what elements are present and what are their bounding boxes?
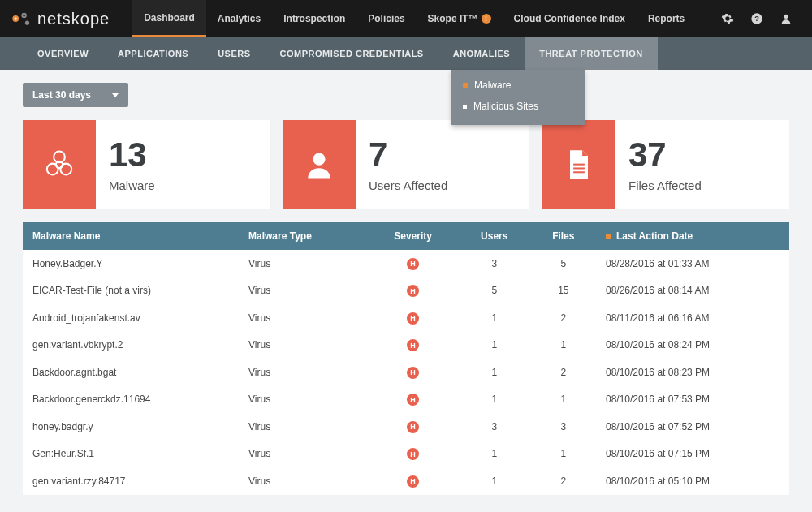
card-value: 37 <box>628 138 702 172</box>
cell-severity: H <box>368 467 458 495</box>
svg-point-10 <box>47 164 58 175</box>
file-icon <box>542 120 615 209</box>
table-row[interactable]: Gen:Heur.Sf.1VirusH1108/10/2016 at 07:15… <box>23 441 789 468</box>
topnav-item-analytics[interactable]: Analytics <box>206 0 272 37</box>
daterange-dropdown[interactable]: Last 30 days <box>23 83 128 107</box>
submenu-label: Malware <box>474 80 511 91</box>
topnav-item-introspection[interactable]: Introspection <box>272 0 356 37</box>
cell-files: 1 <box>531 441 596 468</box>
cell-type: Virus <box>239 413 368 441</box>
malware-table: Malware NameMalware TypeSeverityUsersFil… <box>23 222 789 495</box>
cell-severity: H <box>368 250 458 278</box>
table-row[interactable]: Backdoor.generckdz.11694VirusH1108/10/20… <box>23 386 789 414</box>
subnav: OVERVIEWAPPLICATIONSUSERSCOMPROMISED CRE… <box>0 37 812 70</box>
svg-point-11 <box>60 164 71 175</box>
cell-type: Virus <box>239 441 368 468</box>
daterange-label: Last 30 days <box>32 89 91 101</box>
topnav: DashboardAnalyticsIntrospectionPoliciesS… <box>132 0 696 37</box>
col-files[interactable]: Files <box>531 222 596 250</box>
cell-files: 5 <box>531 250 596 278</box>
cell-users: 1 <box>458 332 531 359</box>
card-files-affected[interactable]: 37Files Affected <box>542 120 789 209</box>
col-severity[interactable]: Severity <box>368 222 458 250</box>
submenu-item-malicious-sites[interactable]: Malicious Sites <box>451 96 585 117</box>
cell-files: 2 <box>531 359 596 386</box>
cell-severity: H <box>368 386 458 414</box>
submenu-label: Malicious Sites <box>473 101 538 112</box>
col-malware-name[interactable]: Malware Name <box>23 222 239 250</box>
subtab-overview[interactable]: OVERVIEW <box>23 37 103 70</box>
cell-type: Virus <box>239 278 368 305</box>
card-value: 13 <box>109 138 155 172</box>
brand-logo[interactable]: netskope <box>11 0 132 37</box>
svg-point-4 <box>25 21 29 25</box>
svg-point-3 <box>23 15 25 17</box>
table-row[interactable]: gen:variant.rzy.84717VirusH1208/10/2016 … <box>23 467 789 495</box>
cell-users: 1 <box>458 386 531 414</box>
subtab-applications[interactable]: APPLICATIONS <box>103 37 203 70</box>
topnav-item-skope-it-[interactable]: Skope IT™! <box>417 0 503 37</box>
svg-text:?: ? <box>754 15 759 23</box>
cell-date: 08/10/2016 at 07:15 PM <box>596 441 789 468</box>
severity-badge-icon: H <box>407 367 419 379</box>
cell-severity: H <box>368 441 458 468</box>
cell-type: Virus <box>239 359 368 386</box>
help-icon[interactable]: ? <box>750 12 763 25</box>
svg-rect-14 <box>573 167 585 169</box>
topnav-item-dashboard[interactable]: Dashboard <box>132 0 206 37</box>
cell-users: 1 <box>458 441 531 468</box>
cell-severity: H <box>368 413 458 441</box>
svg-point-1 <box>15 17 17 19</box>
cell-users: 1 <box>458 359 531 386</box>
svg-point-7 <box>784 15 788 19</box>
toolbar: Last 30 days <box>0 70 812 107</box>
netskope-logo-icon <box>11 10 32 28</box>
sort-indicator-icon <box>606 234 611 239</box>
cell-name: Backdoor.generckdz.11694 <box>23 386 239 414</box>
table-row[interactable]: Backdoor.agnt.bgatVirusH1208/10/2016 at … <box>23 359 789 386</box>
table-body: Honey.Badger.YVirusH3508/28/2016 at 01:3… <box>23 250 789 495</box>
cell-name: Gen:Heur.Sf.1 <box>23 441 239 468</box>
svg-point-12 <box>313 153 325 166</box>
table-row[interactable]: EICAR-Test-File (not a virs)VirusH51508/… <box>23 278 789 305</box>
subtab-threat-protection[interactable]: THREAT PROTECTION <box>525 37 657 70</box>
table-row[interactable]: gen:variant.vbkrypt.2VirusH1108/10/2016 … <box>23 332 789 359</box>
severity-badge-icon: H <box>407 312 419 325</box>
subtab-compromised-credentials[interactable]: COMPROMISED CREDENTIALS <box>266 37 438 70</box>
chevron-down-icon <box>112 93 119 97</box>
severity-badge-icon: H <box>407 339 419 351</box>
summary-cards: 13Malware7Users Affected37Files Affected <box>0 107 812 222</box>
card-users-affected[interactable]: 7Users Affected <box>283 120 529 209</box>
card-malware[interactable]: 13Malware <box>23 120 270 209</box>
table-footer: Export CSV <box>0 505 812 513</box>
subtab-anomalies[interactable]: ANOMALIES <box>438 37 525 70</box>
col-malware-type[interactable]: Malware Type <box>239 222 368 250</box>
subtab-users[interactable]: USERS <box>203 37 265 70</box>
table-row[interactable]: Honey.Badger.YVirusH3508/28/2016 at 01:3… <box>23 250 789 278</box>
alert-badge-icon: ! <box>482 14 491 24</box>
submenu-item-malware[interactable]: Malware <box>451 75 585 96</box>
col-last-action-date[interactable]: Last Action Date <box>596 222 789 250</box>
topnav-item-cloud-confidence-index[interactable]: Cloud Confidence Index <box>503 0 637 37</box>
cell-users: 1 <box>458 304 531 332</box>
bullet-icon <box>463 105 467 109</box>
col-users[interactable]: Users <box>458 222 531 250</box>
severity-badge-icon: H <box>407 258 419 270</box>
cell-type: Virus <box>239 386 368 414</box>
cell-severity: H <box>368 359 458 386</box>
cell-date: 08/11/2016 at 06:16 AM <box>596 304 789 332</box>
topnav-item-policies[interactable]: Policies <box>356 0 416 37</box>
cell-name: Android_trojanfakenst.av <box>23 304 239 332</box>
card-value: 7 <box>369 138 447 172</box>
topnav-item-reports[interactable]: Reports <box>637 0 696 37</box>
cell-files: 3 <box>531 413 596 441</box>
table-row[interactable]: Android_trojanfakenst.avVirusH1208/11/20… <box>23 304 789 332</box>
table-row[interactable]: honey.badgr.yVirusH3308/10/2016 at 07:52… <box>23 413 789 441</box>
cell-users: 3 <box>458 250 531 278</box>
cell-date: 08/26/2016 at 08:14 AM <box>596 278 789 305</box>
gear-icon[interactable] <box>721 12 734 25</box>
user-icon[interactable] <box>780 12 793 25</box>
card-label: Malware <box>109 179 155 192</box>
cell-files: 15 <box>531 278 596 305</box>
cell-name: EICAR-Test-File (not a virs) <box>23 278 239 305</box>
